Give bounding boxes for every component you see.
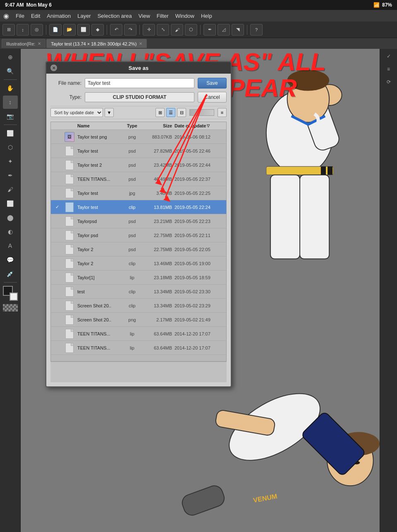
tool-camera[interactable]: 📷 xyxy=(3,110,18,123)
view-list-btn[interactable]: ☰ xyxy=(166,108,175,117)
tool-eyedropper[interactable]: 💉 xyxy=(3,267,18,280)
tool-gradient[interactable]: ◐ xyxy=(3,225,18,238)
toolbar-circle-btn[interactable]: ◎ xyxy=(31,24,43,36)
size-slider[interactable] xyxy=(189,109,214,116)
menu-filter[interactable]: Filter xyxy=(157,13,169,19)
menu-window[interactable]: Window xyxy=(175,13,194,19)
sort-desc-btn[interactable]: ▼ xyxy=(105,108,114,117)
view-menu-btn[interactable]: ≡ xyxy=(218,108,227,117)
file-type-cell: psd xyxy=(121,177,143,182)
toolbar-lasso-btn[interactable]: ⬡ xyxy=(185,24,197,36)
toolbar-undo-btn[interactable]: ↶ xyxy=(110,24,122,36)
menu-bar: ◉ File Edit Animation Layer Selection ar… xyxy=(0,10,397,22)
toolbar-transform-btn[interactable]: ⤡ xyxy=(157,24,169,36)
toolbar-folder-btn[interactable]: 📂 xyxy=(63,24,76,36)
tool-navigator[interactable]: ⊕ xyxy=(3,50,18,64)
tool-move[interactable]: ↕ xyxy=(3,96,18,109)
right-panel-history[interactable]: ⟳ xyxy=(382,76,395,88)
file-size-cell: 46.49MB xyxy=(143,177,175,182)
toolbar-pen-btn[interactable]: ✒ xyxy=(203,24,216,36)
file-row[interactable]: ✓Taylor testclip13.81MB2019-05-05 22:24 xyxy=(51,200,226,214)
view-detail-btn[interactable]: ⊟ xyxy=(177,108,186,117)
tool-select-rect[interactable]: ⬜ xyxy=(3,127,18,140)
tool-pen[interactable]: ✒ xyxy=(3,169,18,182)
right-panel-check[interactable]: ✓ xyxy=(382,50,395,62)
file-row[interactable]: Taylor testjpg3.40MB2019-05-05 22:25 xyxy=(51,186,226,200)
toolbar-diamond-btn[interactable]: ◆ xyxy=(91,24,104,36)
file-icon-cell: 🖼 xyxy=(63,132,76,142)
svg-rect-14 xyxy=(321,166,326,175)
file-row[interactable]: Screen Shot 20..clip13.34MB2019-05-02 23… xyxy=(51,299,226,313)
file-list[interactable]: Name Type Size Date of update ▽ xyxy=(50,122,227,362)
col-header-type[interactable]: Type xyxy=(121,123,143,128)
color-swatches[interactable] xyxy=(3,286,18,301)
file-row[interactable]: Taylor[1]lip23.18MB2019-05-05 18:59 xyxy=(51,271,226,285)
menu-edit[interactable]: Edit xyxy=(31,13,40,19)
file-size-cell: 63.64MB xyxy=(143,345,175,350)
file-size-cell: 22.75MB xyxy=(143,247,175,252)
filename-input[interactable] xyxy=(85,78,194,88)
file-date-cell: 2019-05-05 22:24 xyxy=(175,205,226,210)
col-header-size[interactable]: Size xyxy=(143,123,175,128)
col-header-date[interactable]: Date of update ▽ xyxy=(175,123,226,128)
file-row[interactable]: testclip13.34MB2019-05-02 23:30 xyxy=(51,285,226,299)
toolbar-move-btn[interactable]: ✛ xyxy=(143,24,155,36)
left-toolbar: ⊕ 🔍 ✋ ↕ 📷 ⬜ ⬡ ✦ ✒ 🖌 ⬜ ⬤ ◐ A 💬 💉 xyxy=(0,49,21,532)
status-time: 9:47 AM xyxy=(5,2,24,8)
menu-animation[interactable]: Animation xyxy=(47,13,71,19)
col-header-check xyxy=(51,123,63,128)
file-row[interactable]: Taylorpsdpsd23.21MB2019-05-05 22:23 xyxy=(51,214,226,228)
menu-selection[interactable]: Selection area xyxy=(98,13,132,19)
type-row: Type: CLIP STUDIO FORMAT Cancel xyxy=(50,92,227,103)
tool-text[interactable]: A xyxy=(3,239,18,252)
menu-file[interactable]: File xyxy=(16,13,24,19)
toolbar-square-btn[interactable]: ⬜ xyxy=(77,24,90,36)
toolbar-doc-btn[interactable]: 📄 xyxy=(49,24,62,36)
toolbar-help-btn[interactable]: ? xyxy=(250,24,263,36)
file-row[interactable]: Taylor 2clip13.46MB2019-05-05 19:00 xyxy=(51,256,226,271)
tool-bubble[interactable]: 💬 xyxy=(3,253,18,266)
file-row[interactable]: Screen Shot 20..png2.17MB2019-05-02 21:4… xyxy=(51,313,226,327)
tool-select-lasso[interactable]: ⬡ xyxy=(3,141,18,154)
background-color[interactable] xyxy=(10,292,18,301)
tool-eraser[interactable]: ⬜ xyxy=(3,197,18,210)
file-row[interactable]: 🖼Taylor test pngpng883.07KB2019-05-06 08… xyxy=(51,130,226,144)
file-name-cell: Taylor 2 xyxy=(76,261,121,266)
menu-help[interactable]: Help xyxy=(201,13,212,19)
tab-taylor-close[interactable]: ✕ xyxy=(139,41,142,46)
tool-select-auto[interactable]: ✦ xyxy=(3,155,18,168)
tab-illustration-close[interactable]: ✕ xyxy=(38,41,41,46)
file-icon-cell xyxy=(63,230,76,240)
tool-fill[interactable]: ⬤ xyxy=(3,211,18,224)
toolbar-eraser-btn[interactable]: ◿ xyxy=(218,24,230,36)
file-row[interactable]: Taylor testpsd27.82MB2019-05-05 22:46 xyxy=(51,144,226,158)
toolbar-fill-btn[interactable]: ◥ xyxy=(232,24,244,36)
file-row[interactable]: Taylor psdpsd22.75MB2019-05-05 22:11 xyxy=(51,228,226,242)
col-header-name[interactable]: Name xyxy=(76,123,121,128)
tab-taylor-test[interactable]: Taylor test (13.74 × 18.28in 300dpi 42.2… xyxy=(46,39,147,48)
toolbar-rotate-btn[interactable]: ↕ xyxy=(17,24,29,36)
sort-select[interactable]: Sort by update date xyxy=(50,108,103,117)
file-name-cell: Taylor[1] xyxy=(76,275,121,280)
right-panel-layers[interactable]: ≡ xyxy=(382,63,395,75)
toolbar-grid-btn[interactable]: ⊞ xyxy=(2,24,15,36)
tool-brush[interactable]: 🖌 xyxy=(3,183,18,196)
tool-zoom[interactable]: 🔍 xyxy=(3,65,18,78)
toolbar-redo-btn[interactable]: ↷ xyxy=(124,24,136,36)
file-row[interactable]: Taylor test 2psd23.42MB2019-05-05 22:44 xyxy=(51,158,226,172)
cancel-button[interactable]: Cancel xyxy=(198,92,227,103)
tool-hand[interactable]: ✋ xyxy=(3,81,18,95)
toolbar-brush-btn[interactable]: 🖌 xyxy=(171,24,183,36)
file-row[interactable]: TEEN TITANS...lip63.64MB2014-12-20 17:07 xyxy=(51,327,226,341)
view-grid-btn[interactable]: ⊞ xyxy=(155,108,165,117)
menu-view[interactable]: View xyxy=(139,13,150,19)
save-button[interactable]: Save xyxy=(198,78,227,89)
file-row[interactable]: TEEN TITANS...lip63.64MB2014-12-20 17:07 xyxy=(51,341,226,355)
type-field[interactable]: CLIP STUDIO FORMAT xyxy=(85,92,194,102)
dialog-close-button[interactable]: ✕ xyxy=(50,65,57,71)
save-as-dialog[interactable]: ✕ Save as File name: Save xyxy=(45,61,232,387)
tab-illustration[interactable]: Illustration[Re: ✕ xyxy=(2,39,45,48)
file-row[interactable]: TEEN TITANS...psd46.49MB2019-05-05 22:37 xyxy=(51,172,226,186)
file-row[interactable]: Taylor 2psd22.75MB2019-05-05 22:05 xyxy=(51,242,226,256)
menu-layer[interactable]: Layer xyxy=(77,13,91,19)
